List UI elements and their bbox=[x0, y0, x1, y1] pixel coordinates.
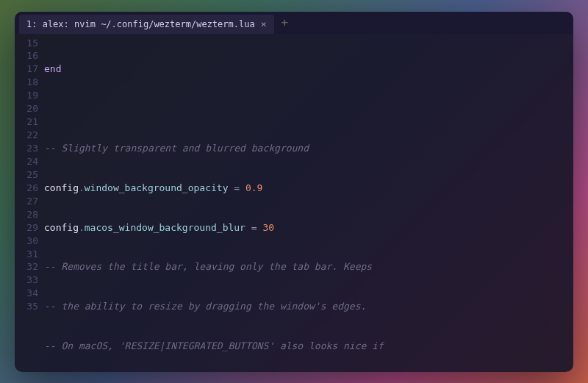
line-number: 34 bbox=[15, 287, 38, 300]
line-number: 25 bbox=[15, 168, 38, 182]
line-number: 22 bbox=[15, 129, 38, 142]
line-number: 18 bbox=[15, 76, 38, 89]
line-number: 27 bbox=[15, 195, 38, 208]
tab-bar: 1: alex: nvim ~/.config/wezterm/wezterm.… bbox=[15, 12, 573, 34]
terminal-window: 1: alex: nvim ~/.config/wezterm/wezterm.… bbox=[15, 12, 573, 372]
close-icon[interactable]: × bbox=[261, 19, 267, 29]
line-number: 30 bbox=[15, 235, 38, 248]
line-number: 15 bbox=[15, 37, 38, 50]
code-pane[interactable]: end -- Slightly transparent and blurred … bbox=[44, 37, 573, 372]
comment: -- Slightly transparent and blurred back… bbox=[44, 143, 309, 154]
line-number: 19 bbox=[15, 89, 38, 102]
tab-active[interactable]: 1: alex: nvim ~/.config/wezterm/wezterm.… bbox=[19, 15, 274, 34]
editor-area[interactable]: 1516171819202122232425262728293031323334… bbox=[15, 34, 573, 372]
line-number: 35 bbox=[15, 300, 38, 313]
line-number: 20 bbox=[15, 102, 38, 115]
line-number: 21 bbox=[15, 115, 38, 129]
line-number: 32 bbox=[15, 260, 38, 273]
new-tab-button[interactable]: + bbox=[274, 17, 296, 29]
line-number: 31 bbox=[15, 248, 38, 261]
line-number: 16 bbox=[15, 49, 38, 62]
line-number: 28 bbox=[15, 208, 38, 221]
line-number: 33 bbox=[15, 273, 38, 287]
tab-title: 1: alex: nvim ~/.config/wezterm/wezterm.… bbox=[26, 19, 255, 29]
keyword: end bbox=[44, 63, 61, 74]
line-number: 29 bbox=[15, 221, 38, 235]
line-number-gutter: 1516171819202122232425262728293031323334… bbox=[15, 37, 44, 372]
line-number: 17 bbox=[15, 62, 38, 76]
line-number: 24 bbox=[15, 155, 38, 168]
line-number: 26 bbox=[15, 182, 38, 195]
line-number: 23 bbox=[15, 142, 38, 155]
